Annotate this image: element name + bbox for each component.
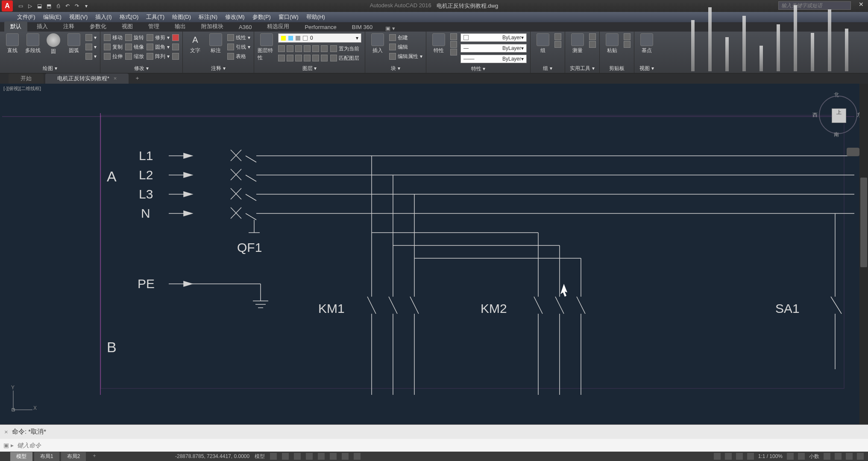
ribbon-tab-manage[interactable]: 管理	[142, 21, 165, 32]
qat-open-icon[interactable]: ▷	[26, 2, 34, 10]
command-history[interactable]: × 命令: *取消*	[0, 425, 868, 439]
drawing-canvas[interactable]: [-][俯视][二维线框] A B L1 L2 L3 N PE	[0, 84, 868, 424]
ribbon-tab-annotate[interactable]: 注释	[57, 21, 80, 32]
status-ico-a[interactable]	[714, 453, 721, 460]
layer-ico-12[interactable]	[321, 55, 328, 61]
panel-title-draw[interactable]: 绘图 ▾	[43, 64, 57, 72]
ribbon-tab-a360[interactable]: A360	[233, 23, 258, 32]
prop-ico-2[interactable]	[450, 41, 457, 48]
draw-extra-2[interactable]: ▾	[85, 43, 97, 51]
layer-ico-9[interactable]	[295, 55, 302, 61]
menu-file[interactable]: 文件(F)	[17, 13, 35, 21]
menu-edit[interactable]: 编辑(E)	[43, 13, 62, 21]
panel-title-annotate[interactable]: 注释 ▾	[211, 64, 225, 72]
layer-ico-8[interactable]	[287, 55, 293, 61]
util-ex2[interactable]	[589, 41, 596, 48]
menu-view[interactable]: 视图(V)	[69, 13, 88, 21]
draw-extra-3[interactable]: ▾	[85, 52, 97, 61]
layer-ico-1[interactable]	[278, 45, 285, 52]
paste-button[interactable]: 粘贴	[603, 33, 621, 54]
color-dropdown[interactable]: ByLayer ▾	[460, 33, 527, 42]
menu-window[interactable]: 窗口(W)	[279, 13, 299, 21]
scrollbar-thumb[interactable]	[860, 178, 867, 267]
group-button[interactable]: 组	[534, 33, 552, 54]
status-ico-h[interactable]	[846, 453, 853, 460]
gear-icon[interactable]	[787, 453, 794, 460]
qat-new-icon[interactable]: ▭	[16, 2, 25, 10]
measure-button[interactable]: 测量	[569, 33, 586, 54]
panel-title-util[interactable]: 实用工具 ▾	[570, 64, 594, 72]
viewcube[interactable]: 北 上 西 东 南	[817, 92, 859, 143]
draw-extra-1[interactable]: ▾	[85, 33, 97, 42]
doc-tab-add-button[interactable]: ＋	[133, 74, 141, 83]
layer-ico-7[interactable]	[278, 55, 285, 61]
status-ico-e[interactable]	[798, 453, 805, 460]
cmd-close-icon[interactable]: ×	[4, 428, 12, 435]
cleanscreen-icon[interactable]	[857, 453, 864, 460]
status-ico-b[interactable]	[725, 453, 732, 460]
layer-ico-11[interactable]	[312, 55, 319, 61]
copy-icon[interactable]	[624, 41, 630, 48]
layout-tab-2[interactable]: 布局2	[61, 452, 86, 461]
copy-button[interactable]: 复制	[104, 43, 123, 51]
ribbon-tab-addins[interactable]: 附加模块	[195, 21, 229, 32]
panel-title-modify[interactable]: 修改 ▾	[134, 64, 148, 72]
basepoint-button[interactable]: 基点	[638, 33, 656, 54]
grid-toggle-icon[interactable]	[270, 453, 277, 460]
qat-undo-icon[interactable]: ↶	[63, 2, 72, 10]
make-current-button[interactable]: 置为当前	[330, 44, 359, 53]
panel-title-view[interactable]: 视图 ▾	[639, 64, 654, 72]
dimension-button[interactable]: 标注	[207, 33, 225, 54]
ribbon-tab-view[interactable]: 视图	[116, 21, 139, 32]
group-ex1[interactable]	[554, 33, 561, 40]
modify-ex3[interactable]	[172, 52, 179, 61]
layer-ico-3[interactable]	[295, 45, 302, 52]
doc-tab-close-icon[interactable]: ×	[114, 75, 117, 82]
ribbon-tab-output[interactable]: 输出	[169, 21, 192, 32]
menu-draw[interactable]: 绘图(D)	[172, 13, 191, 21]
ribbon-tab-camera-icon[interactable]: ▣ ▾	[385, 25, 395, 32]
table-button[interactable]: 表格	[227, 52, 250, 61]
edit-block-button[interactable]: 编辑	[389, 43, 422, 51]
layout-tab-model[interactable]: 模型	[10, 452, 32, 461]
layout-tab-add-button[interactable]: ＋	[90, 452, 99, 461]
status-units[interactable]: 小数	[809, 453, 819, 460]
layer-ico-10[interactable]	[304, 55, 311, 61]
qat-print-icon[interactable]: ⎙	[54, 2, 62, 10]
layer-dropdown[interactable]: 0 ▾	[278, 33, 361, 43]
doc-tab-start[interactable]: 开始	[9, 73, 44, 84]
match-prop-icon[interactable]	[450, 33, 457, 40]
navbar-wheel-icon[interactable]	[847, 148, 859, 156]
help-search-input[interactable]: 输入关键字或短语	[778, 1, 851, 10]
close-icon[interactable]: ✕	[856, 1, 866, 9]
cut-icon[interactable]	[624, 33, 630, 40]
menu-format[interactable]: 格式(O)	[120, 13, 139, 21]
layer-ico-5[interactable]	[312, 45, 319, 52]
qat-redo-icon[interactable]: ↷	[73, 2, 81, 10]
prop-ico-3[interactable]	[450, 49, 457, 55]
circle-button[interactable]: 圆	[44, 33, 62, 55]
ortho-toggle-icon[interactable]	[294, 453, 301, 460]
modify-ex1[interactable]	[172, 33, 179, 42]
polyline-button[interactable]: 多段线	[24, 33, 42, 54]
rotate-button[interactable]: 旋转	[125, 33, 144, 42]
arc-button[interactable]: 圆弧	[65, 33, 83, 54]
array-button[interactable]: 阵列 ▾	[147, 52, 170, 61]
status-ico-g[interactable]	[835, 453, 842, 460]
vertical-scrollbar[interactable]	[859, 84, 868, 424]
menu-modify[interactable]: 修改(M)	[225, 13, 245, 21]
ribbon-tab-performance[interactable]: Performance	[299, 23, 342, 32]
layer-ico-2[interactable]	[287, 45, 293, 52]
ribbon-tab-default[interactable]: 默认	[4, 21, 27, 32]
doc-tab-current[interactable]: 电机正反转实例教程* ×	[45, 73, 129, 84]
leader-button[interactable]: 引线 ▾	[227, 43, 250, 51]
panel-title-layer[interactable]: 图层 ▾	[302, 64, 317, 72]
ribbon-tab-bim360[interactable]: BIM 360	[346, 23, 378, 32]
create-block-button[interactable]: 创建	[389, 33, 422, 42]
ribbon-tab-parametric[interactable]: 参数化	[84, 21, 112, 32]
osnap-toggle-icon[interactable]	[318, 453, 325, 460]
scale-button[interactable]: 缩放	[125, 52, 144, 61]
properties-button[interactable]: 特性	[430, 33, 448, 54]
viewcube-south[interactable]: 南	[834, 131, 839, 138]
line-button[interactable]: 直线	[3, 33, 21, 54]
